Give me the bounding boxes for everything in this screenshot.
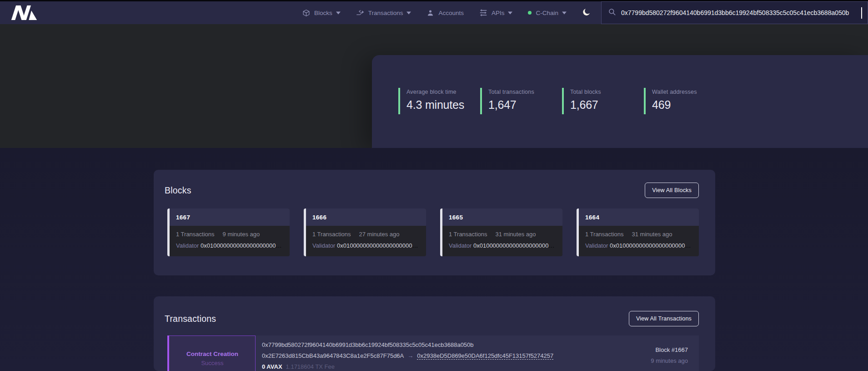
blocks-title: Blocks: [165, 185, 191, 196]
block-age: 27 minutes ago: [359, 231, 400, 238]
chevron-down-icon: [508, 11, 512, 15]
search-bar: [601, 1, 868, 24]
validator-address: 0x01000000000000000000000000000000000000…: [337, 242, 420, 249]
view-all-transactions-button[interactable]: View All Transactions: [629, 311, 699, 326]
validator-label: Validator: [585, 242, 608, 249]
nav-chain-label: C-Chain: [536, 10, 558, 16]
blocks-section: Blocks View All Blocks 1667 1 Transactio…: [154, 170, 715, 275]
cube-icon: [302, 9, 310, 17]
main-nav: Blocks Transactions Accounts: [302, 8, 591, 18]
stats-row: Average block time 4.3 minutes Total tra…: [398, 88, 726, 114]
chevron-down-icon: [562, 11, 567, 15]
transactions-section: Transactions View All Transactions Contr…: [154, 296, 715, 371]
arrow-right-icon: →: [407, 352, 413, 359]
chevron-down-icon: [406, 11, 411, 15]
page: Blocks Transactions Accounts: [0, 0, 868, 371]
transaction-amount: 0 AVAX: [262, 363, 282, 370]
transaction-type: Contract Creation: [186, 351, 238, 357]
block-card[interactable]: 1664 1 Transactions 31 minutes ago Valid…: [577, 208, 699, 256]
block-number[interactable]: 1667: [176, 214, 190, 221]
transaction-type-badge: Contract Creation Success: [167, 335, 256, 371]
transaction-row[interactable]: Contract Creation Success 0x7799bd580272…: [167, 335, 699, 371]
block-age: 31 minutes ago: [632, 231, 672, 238]
block-card[interactable]: 1667 1 Transactions 9 minutes ago Valida…: [167, 208, 290, 256]
stat-label: Total transactions: [488, 89, 562, 95]
block-number[interactable]: 1665: [449, 214, 463, 221]
transaction-meta: Block #1667 9 minutes ago: [608, 335, 699, 371]
theme-toggle-button[interactable]: [582, 8, 591, 18]
transaction-details: 0x7799bd580272f9604140b6991d3bb6c19924bf…: [256, 335, 608, 371]
transaction-fee: 1.1718604 TX Fee: [286, 363, 335, 370]
validator-address: 0x01000000000000000000000000000000000000…: [610, 242, 692, 249]
block-tx-count: 1 Transactions: [449, 231, 487, 238]
block-tx-count: 1 Transactions: [312, 231, 351, 238]
nav-apis[interactable]: APIs: [479, 9, 513, 16]
transaction-block-link[interactable]: Block #1667: [608, 346, 688, 353]
navbar: Blocks Transactions Accounts: [0, 1, 868, 24]
nav-accounts-label: Accounts: [438, 10, 464, 16]
nav-chain-selector[interactable]: C-Chain: [528, 10, 567, 16]
transactions-icon: [356, 9, 364, 16]
transactions-title: Transactions: [165, 314, 216, 324]
nav-blocks[interactable]: Blocks: [302, 9, 341, 17]
block-card[interactable]: 1666 1 Transactions 27 minutes ago Valid…: [304, 208, 426, 256]
transactions-section-header: Transactions View All Transactions: [165, 311, 699, 326]
stat-average-block-time: Average block time 4.3 minutes: [398, 88, 480, 114]
stat-value: 4.3 minutes: [406, 98, 480, 112]
to-address[interactable]: 0x2938eD5D869e50DA6f125dfc45F13157f52742…: [417, 352, 553, 359]
block-tx-count: 1 Transactions: [585, 231, 624, 238]
block-number[interactable]: 1666: [312, 214, 326, 221]
block-age: 31 minutes ago: [496, 231, 536, 238]
block-card[interactable]: 1665 1 Transactions 31 minutes ago Valid…: [440, 208, 562, 256]
nav-blocks-label: Blocks: [314, 10, 332, 16]
nav-transactions[interactable]: Transactions: [356, 9, 411, 16]
person-icon: [426, 9, 434, 17]
transaction-value: 0 AVAX 1.1718604 TX Fee: [262, 363, 608, 370]
block-tx-count: 1 Transactions: [176, 231, 215, 238]
sliders-icon: [479, 9, 487, 16]
stat-label: Wallet addresses: [652, 89, 726, 95]
stat-wallet-addresses: Wallet addresses 469: [644, 88, 726, 114]
content: Blocks View All Blocks 1667 1 Transactio…: [0, 148, 868, 371]
stat-label: Average block time: [406, 89, 480, 95]
search-icon: [608, 8, 616, 18]
validator-label: Validator: [312, 242, 335, 249]
chevron-down-icon: [336, 11, 341, 15]
view-all-blocks-button[interactable]: View All Blocks: [645, 183, 699, 198]
stat-total-transactions: Total transactions 1,647: [480, 88, 562, 114]
block-number[interactable]: 1664: [585, 214, 599, 221]
blocks-section-header: Blocks View All Blocks: [165, 183, 699, 198]
transaction-addresses: 0x2E7263d815CbB43a9647843C8a1e2F5c87F75d…: [262, 352, 608, 359]
stats-panel: Average block time 4.3 minutes Total tra…: [372, 55, 868, 148]
transaction-status: Success: [201, 360, 223, 366]
stat-total-blocks: Total blocks 1,667: [562, 88, 644, 114]
text-caret: [861, 7, 862, 19]
moon-icon: [582, 8, 591, 18]
stat-value: 1,667: [570, 98, 644, 112]
transaction-age: 9 minutes ago: [608, 357, 688, 364]
validator-address: 0x01000000000000000000000000000000000000…: [201, 242, 283, 249]
stat-value: 1,647: [488, 98, 562, 112]
validator-address: 0x01000000000000000000000000000000000000…: [473, 242, 556, 249]
transaction-hash[interactable]: 0x7799bd580272f9604140b6991d3bb6c19924bf…: [262, 341, 608, 348]
status-dot-icon: [528, 11, 532, 15]
nav-apis-label: APIs: [492, 10, 505, 16]
block-cards-row: 1667 1 Transactions 9 minutes ago Valida…: [167, 208, 699, 256]
avalanche-logo[interactable]: [11, 5, 37, 20]
validator-label: Validator: [176, 242, 199, 249]
search-input[interactable]: [621, 9, 861, 16]
block-age: 9 minutes ago: [223, 231, 260, 238]
validator-label: Validator: [449, 242, 472, 249]
hero-band: Average block time 4.3 minutes Total tra…: [0, 24, 868, 148]
stat-label: Total blocks: [570, 89, 644, 95]
from-address[interactable]: 0x2E7263d815CbB43a9647843C8a1e2F5c87F75d…: [262, 352, 404, 359]
nav-transactions-label: Transactions: [368, 10, 403, 16]
nav-accounts[interactable]: Accounts: [426, 9, 464, 17]
stat-value: 469: [652, 98, 726, 112]
